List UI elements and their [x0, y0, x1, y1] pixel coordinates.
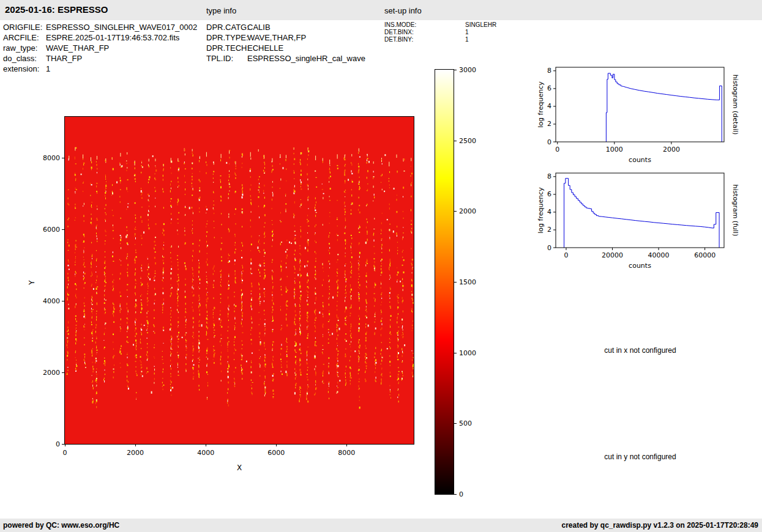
- histogram-full-plot: 020000400006000002468countslog frequency…: [536, 167, 747, 277]
- tick-mark: [454, 141, 457, 141]
- y-tick-label: 4: [547, 208, 551, 216]
- detector-image: [65, 117, 414, 444]
- detector-x-axis-label: X: [237, 464, 242, 472]
- cut-y-message: cut in y not configured: [604, 453, 676, 461]
- x-tick-label: 20000: [602, 251, 623, 259]
- tick-mark: [62, 229, 64, 230]
- rawtype-label: raw_type:: [3, 43, 46, 53]
- footer-credit: created by qc_rawdisp.py v1.2.3 on 2025-…: [562, 521, 759, 530]
- x-tick-label: 2000: [663, 146, 680, 153]
- footer-qc-link[interactable]: powered by QC: www.eso.org/HC: [3, 521, 119, 530]
- tick-mark: [62, 158, 64, 158]
- y-tick-label: 6: [547, 190, 551, 198]
- cut-x-message: cut in x not configured: [604, 346, 676, 355]
- tick-mark: [62, 372, 64, 373]
- tick-label: 4000: [197, 449, 214, 457]
- detector-image-plot: 0200040006000800002000400060008000: [64, 116, 414, 445]
- tick-label: 2000: [127, 449, 144, 457]
- tick-label: 1000: [459, 349, 476, 357]
- tick-label: 0: [63, 449, 67, 457]
- ins-mode-row: INS.MODE:SINGLEHR: [384, 21, 496, 29]
- tick-label: 4000: [43, 297, 60, 305]
- tick-mark: [454, 282, 457, 283]
- plot-side-title: histogram (full): [731, 185, 739, 237]
- y-tick-label: 2: [547, 120, 551, 128]
- y-tick-label: 6: [547, 84, 551, 92]
- y-tick-label: 8: [547, 172, 551, 180]
- extension-value: 1: [46, 64, 50, 73]
- y-tick-label: 0: [547, 244, 551, 252]
- x-tick-label: 0: [555, 146, 559, 153]
- x-tick-label: 0: [564, 251, 568, 259]
- histogram-detail-plot: 01000200002468countslog frequencyhistogr…: [536, 61, 747, 171]
- det-binx-value: 1: [465, 29, 469, 35]
- histogram-line: [606, 73, 722, 142]
- ins-mode-value: SINGLEHR: [465, 21, 496, 28]
- tick-mark: [454, 423, 457, 424]
- tick-label: 2000: [43, 368, 60, 376]
- tick-mark: [62, 301, 64, 301]
- origfile-value: ESPRESSO_SINGLEHR_WAVE017_0002: [46, 23, 197, 32]
- tick-mark: [346, 444, 347, 446]
- arcfile-value: ESPRE.2025-01-17T19:46:53.702.fits: [46, 33, 179, 42]
- det-biny-value: 1: [465, 36, 469, 43]
- dpr-catg-row: DPR.CATG:CALIB: [206, 22, 365, 32]
- colorbar: 050010001500200025003000: [435, 69, 454, 495]
- dpr-type-label: DPR.TYPE:: [206, 32, 247, 43]
- extension-label: extension:: [3, 64, 46, 74]
- tpl-id-label: TPL.ID:: [206, 53, 247, 64]
- dpr-tech-label: DPR.TECH:: [206, 43, 247, 53]
- doclass-row: do_class:THAR_FP: [3, 53, 197, 64]
- rawtype-value: WAVE_THAR_FP: [46, 43, 109, 53]
- det-binx-label: DET.BINX:: [384, 29, 465, 36]
- dpr-catg-label: DPR.CATG:: [206, 22, 247, 32]
- det-biny-label: DET.BINY:: [384, 36, 465, 43]
- tpl-id-value: ESPRESSO_singleHR_cal_wave: [247, 54, 365, 63]
- tick-mark: [276, 444, 277, 446]
- det-biny-row: DET.BINY:1: [384, 36, 496, 43]
- tick-label: 2000: [459, 207, 476, 215]
- arcfile-row: ARCFILE:ESPRE.2025-01-17T19:46:53.702.fi…: [3, 32, 197, 43]
- file-info-block: ORIGFILE:ESPRESSO_SINGLEHR_WAVE017_0002 …: [3, 22, 197, 74]
- tick-mark: [135, 444, 136, 446]
- tick-mark: [62, 444, 64, 445]
- tick-mark: [454, 494, 457, 495]
- arcfile-label: ARCFILE:: [3, 32, 46, 43]
- type-info-heading: type info: [206, 6, 236, 15]
- y-tick-label: 2: [547, 226, 551, 234]
- page-title: 2025-01-16: ESPRESSO: [5, 4, 108, 15]
- tick-mark: [65, 444, 65, 446]
- y-axis-label: log frequency: [537, 81, 545, 128]
- plot-frame: [556, 67, 724, 142]
- tick-mark: [454, 70, 457, 70]
- x-tick-label: 1000: [606, 146, 623, 153]
- tick-label: 0: [459, 490, 463, 498]
- tick-label: 6000: [43, 225, 60, 233]
- x-axis-label: counts: [629, 156, 651, 164]
- extension-row: extension:1: [3, 64, 197, 74]
- dpr-type-row: DPR.TYPE:WAVE,THAR,FP: [206, 32, 365, 43]
- y-tick-label: 4: [547, 102, 551, 110]
- ins-mode-label: INS.MODE:: [384, 21, 465, 29]
- type-info-block: DPR.CATG:CALIB DPR.TYPE:WAVE,THAR,FP DPR…: [206, 22, 365, 64]
- y-tick-label: 0: [547, 138, 551, 146]
- tick-label: 2500: [459, 136, 476, 144]
- doclass-value: THAR_FP: [46, 54, 82, 63]
- dpr-tech-value: ECHELLE: [247, 43, 283, 53]
- y-tick-label: 8: [547, 67, 551, 75]
- tick-label: 8000: [338, 449, 355, 457]
- dpr-tech-row: DPR.TECH:ECHELLE: [206, 43, 365, 53]
- tick-label: 0: [56, 440, 60, 448]
- dpr-type-value: WAVE,THAR,FP: [247, 33, 306, 42]
- doclass-label: do_class:: [3, 53, 46, 64]
- x-tick-label: 60000: [694, 251, 715, 259]
- origfile-row: ORIGFILE:ESPRESSO_SINGLEHR_WAVE017_0002: [3, 22, 197, 32]
- footer-bar: powered by QC: www.eso.org/HC created by…: [0, 519, 762, 532]
- x-tick-label: 40000: [648, 251, 670, 259]
- detector-y-axis-label: Y: [28, 280, 36, 284]
- plot-frame: [556, 173, 724, 248]
- tick-label: 6000: [267, 449, 285, 457]
- tick-label: 8000: [43, 153, 60, 161]
- qc-report-page: 2025-01-16: ESPRESSO type info set-up in…: [0, 0, 762, 532]
- header-bar: 2025-01-16: ESPRESSO type info set-up in…: [0, 0, 762, 20]
